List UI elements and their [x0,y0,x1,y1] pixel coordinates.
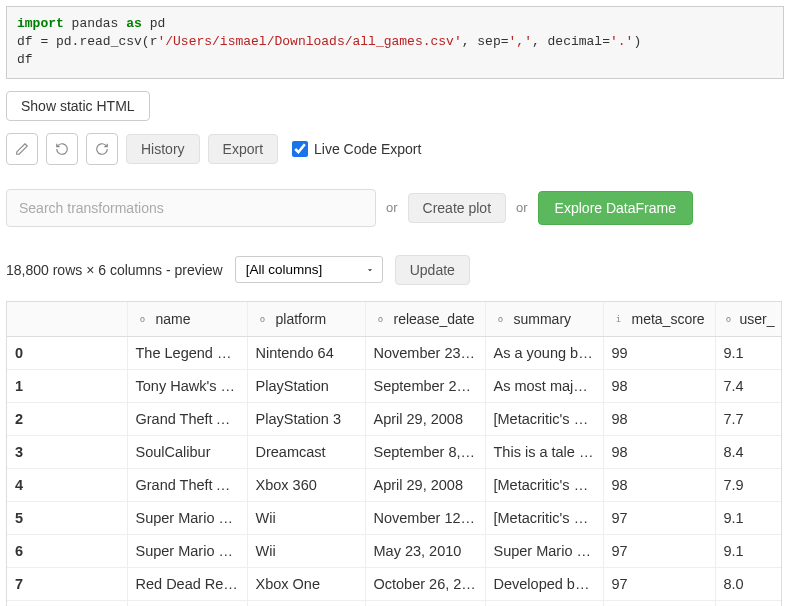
table-row[interactable]: 8Grand Theft Auto VXbox OneNovember 18, … [7,600,782,606]
cell-user-score: 7.7 [715,402,782,435]
code-text: , decimal [532,34,602,49]
redo-button[interactable] [86,133,118,165]
type-badge: o [724,312,734,326]
code-string: '/Users/ismael/Downloads/all_games.csv' [157,34,461,49]
code-text: df [17,34,40,49]
data-table-wrap: oname oplatform orelease_date osummary i… [6,301,782,606]
cell-summary: As most major p… [485,369,603,402]
cell-platform: PlayStation 3 [247,402,365,435]
column-header-release-date[interactable]: orelease_date [365,302,485,337]
redo-icon [95,142,109,156]
code-string: ',' [509,34,532,49]
cell-meta-score: 97 [603,501,715,534]
edit-button[interactable] [6,133,38,165]
code-text: pandas [64,16,126,31]
cell-name: Grand Theft Auto… [127,402,247,435]
code-text: , sep [462,34,501,49]
cell-name: Tony Hawk's Pro… [127,369,247,402]
create-plot-button[interactable]: Create plot [408,193,506,223]
live-code-export-checkbox[interactable] [292,141,308,157]
type-badge: o [136,312,150,326]
column-label: user_ [739,311,774,327]
cell-release-date: November 23, 19… [365,336,485,369]
index-header[interactable] [7,302,127,337]
cell-meta-score: 98 [603,369,715,402]
cell-user-score: 9.1 [715,336,782,369]
column-header-meta-score[interactable]: imeta_score [603,302,715,337]
cell-release-date: September 8, 1999 [365,435,485,468]
cell-summary: Developed by th… [485,567,603,600]
export-button[interactable]: Export [208,134,278,164]
cell-platform: Nintendo 64 [247,336,365,369]
table-row[interactable]: 3SoulCaliburDreamcastSeptember 8, 1999Th… [7,435,782,468]
cell-user-score: 8.0 [715,567,782,600]
cell-name: Grand Theft Auto… [127,468,247,501]
cell-platform: Wii [247,501,365,534]
search-input[interactable] [6,189,376,227]
table-row[interactable]: 1Tony Hawk's Pro…PlayStationSeptember 20… [7,369,782,402]
column-label: name [156,311,191,327]
undo-icon [55,142,69,156]
cell-release-date: April 29, 2008 [365,468,485,501]
live-code-export-toggle[interactable]: Live Code Export [292,141,421,157]
code-text: df [17,52,33,67]
columns-selector[interactable]: [All columns] [235,256,383,283]
code-text: pd [142,16,165,31]
table-body: 0The Legend of Z…Nintendo 64November 23,… [7,336,782,606]
cell-platform: Xbox 360 [247,468,365,501]
cell-release-date: May 23, 2010 [365,534,485,567]
cell-name: SoulCalibur [127,435,247,468]
cell-user-score: 9.1 [715,534,782,567]
or-divider: or [386,200,398,215]
cell-user-score: 8.4 [715,435,782,468]
cell-user-score: 7.9 [715,600,782,606]
show-static-html-button[interactable]: Show static HTML [6,91,150,121]
table-row[interactable]: 2Grand Theft Auto…PlayStation 3April 29,… [7,402,782,435]
cell-summary: [Metacritic's 200… [485,402,603,435]
undo-button[interactable] [46,133,78,165]
data-table: oname oplatform orelease_date osummary i… [7,302,782,606]
column-header-platform[interactable]: oplatform [247,302,365,337]
table-row[interactable]: 0The Legend of Z…Nintendo 64November 23,… [7,336,782,369]
column-label: platform [276,311,327,327]
table-row[interactable]: 6Super Mario Gal…WiiMay 23, 2010Super Ma… [7,534,782,567]
row-index: 1 [7,369,127,402]
table-row[interactable]: 5Super Mario Gal…WiiNovember 12, 20…[Met… [7,501,782,534]
row-index: 6 [7,534,127,567]
cell-platform: Wii [247,534,365,567]
row-index: 0 [7,336,127,369]
cell-user-score: 7.9 [715,468,782,501]
cell-release-date: September 20, 2… [365,369,485,402]
actions-row: or Create plot or Explore DataFrame [6,189,784,227]
column-label: meta_score [632,311,705,327]
history-button[interactable]: History [126,134,200,164]
cell-meta-score: 99 [603,336,715,369]
cell-platform: Dreamcast [247,435,365,468]
column-header-summary[interactable]: osummary [485,302,603,337]
type-badge: o [256,312,270,326]
update-button[interactable]: Update [395,255,470,285]
row-index: 2 [7,402,127,435]
explore-dataframe-button[interactable]: Explore DataFrame [538,191,693,225]
cell-meta-score: 97 [603,567,715,600]
row-index: 5 [7,501,127,534]
cell-summary: As a young boy, … [485,336,603,369]
table-header-row: oname oplatform orelease_date osummary i… [7,302,782,337]
preview-bar: 18,800 rows × 6 columns - preview [All c… [6,255,784,285]
live-code-export-label: Live Code Export [314,141,421,157]
column-header-name[interactable]: oname [127,302,247,337]
table-row[interactable]: 7Red Dead Rede…Xbox OneOctober 26, 2018D… [7,567,782,600]
code-cell[interactable]: import pandas as pd df = pd.read_csv(r'/… [6,6,784,79]
column-header-user[interactable]: ouser_ [715,302,782,337]
type-badge: o [494,312,508,326]
table-row[interactable]: 4Grand Theft Auto…Xbox 360April 29, 2008… [7,468,782,501]
code-keyword: as [126,16,142,31]
cell-meta-score: 97 [603,534,715,567]
type-badge: i [612,312,626,326]
cell-meta-score: 98 [603,402,715,435]
row-index: 4 [7,468,127,501]
pencil-icon [15,142,29,156]
column-label: summary [514,311,572,327]
column-label: release_date [394,311,475,327]
cell-release-date: November 18, 20… [365,600,485,606]
